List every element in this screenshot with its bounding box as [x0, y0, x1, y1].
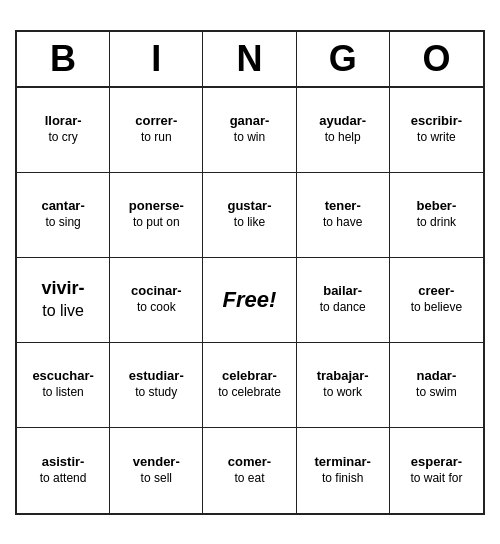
cell-spanish: tener- — [325, 198, 361, 215]
bingo-cell: tener-to have — [297, 173, 390, 258]
cell-english: to drink — [417, 215, 456, 231]
cell-english: to swim — [416, 385, 457, 401]
cell-spanish: cocinar- — [131, 283, 182, 300]
cell-english: to dance — [320, 300, 366, 316]
cell-spanish: terminar- — [315, 454, 371, 471]
bingo-cell: vender-to sell — [110, 428, 203, 513]
cell-english: to finish — [322, 471, 363, 487]
cell-spanish: beber- — [417, 198, 457, 215]
bingo-cell: comer-to eat — [203, 428, 296, 513]
cell-spanish: bailar- — [323, 283, 362, 300]
bingo-cell: beber-to drink — [390, 173, 483, 258]
header-letter: G — [297, 32, 390, 86]
cell-english: to attend — [40, 471, 87, 487]
cell-spanish: correr- — [135, 113, 177, 130]
bingo-cell: cocinar-to cook — [110, 258, 203, 343]
cell-spanish: gustar- — [227, 198, 271, 215]
cell-spanish: escuchar- — [32, 368, 93, 385]
bingo-cell: trabajar-to work — [297, 343, 390, 428]
bingo-header: BINGO — [17, 32, 483, 88]
bingo-cell: ganar-to win — [203, 88, 296, 173]
bingo-cell: ayudar-to help — [297, 88, 390, 173]
cell-spanish: ganar- — [230, 113, 270, 130]
cell-english: to celebrate — [218, 385, 281, 401]
cell-spanish: creer- — [418, 283, 454, 300]
bingo-cell: gustar-to like — [203, 173, 296, 258]
cell-spanish: vender- — [133, 454, 180, 471]
bingo-cell: escuchar-to listen — [17, 343, 110, 428]
bingo-cell: bailar-to dance — [297, 258, 390, 343]
cell-english: to like — [234, 215, 265, 231]
cell-spanish: comer- — [228, 454, 271, 471]
header-letter: B — [17, 32, 110, 86]
cell-english: to cook — [137, 300, 176, 316]
header-letter: O — [390, 32, 483, 86]
cell-english: to help — [325, 130, 361, 146]
cell-spanish: trabajar- — [317, 368, 369, 385]
bingo-cell: celebrar-to celebrate — [203, 343, 296, 428]
cell-spanish: celebrar- — [222, 368, 277, 385]
cell-english: to wait for — [410, 471, 462, 487]
cell-spanish: nadar- — [417, 368, 457, 385]
bingo-cell: terminar-to finish — [297, 428, 390, 513]
bingo-cell: ponerse-to put on — [110, 173, 203, 258]
bingo-cell: estudiar-to study — [110, 343, 203, 428]
cell-spanish: escribir- — [411, 113, 462, 130]
bingo-cell: asistir-to attend — [17, 428, 110, 513]
bingo-cell: nadar-to swim — [390, 343, 483, 428]
bingo-grid: llorar-to crycorrer-to runganar-to winay… — [17, 88, 483, 513]
cell-spanish: vivir- — [42, 277, 85, 300]
cell-english: to listen — [42, 385, 83, 401]
bingo-cell: correr-to run — [110, 88, 203, 173]
cell-spanish: estudiar- — [129, 368, 184, 385]
header-letter: N — [203, 32, 296, 86]
bingo-cell: creer-to believe — [390, 258, 483, 343]
bingo-cell: llorar-to cry — [17, 88, 110, 173]
cell-english: to cry — [48, 130, 77, 146]
cell-spanish: llorar- — [45, 113, 82, 130]
cell-spanish: cantar- — [41, 198, 84, 215]
cell-spanish: esperar- — [411, 454, 462, 471]
bingo-cell: escribir-to write — [390, 88, 483, 173]
cell-english: to sell — [141, 471, 172, 487]
cell-english: to believe — [411, 300, 462, 316]
header-letter: I — [110, 32, 203, 86]
cell-english: to sing — [45, 215, 80, 231]
cell-english: to live — [42, 301, 84, 322]
bingo-cell: Free! — [203, 258, 296, 343]
bingo-cell: esperar-to wait for — [390, 428, 483, 513]
cell-english: to study — [135, 385, 177, 401]
free-space: Free! — [223, 287, 277, 313]
cell-english: to put on — [133, 215, 180, 231]
cell-english: to work — [323, 385, 362, 401]
cell-english: to run — [141, 130, 172, 146]
bingo-card: BINGO llorar-to crycorrer-to runganar-to… — [15, 30, 485, 515]
cell-english: to eat — [234, 471, 264, 487]
cell-spanish: ayudar- — [319, 113, 366, 130]
cell-english: to write — [417, 130, 456, 146]
bingo-cell: vivir-to live — [17, 258, 110, 343]
bingo-cell: cantar-to sing — [17, 173, 110, 258]
cell-english: to win — [234, 130, 265, 146]
cell-spanish: asistir- — [42, 454, 85, 471]
cell-english: to have — [323, 215, 362, 231]
cell-spanish: ponerse- — [129, 198, 184, 215]
